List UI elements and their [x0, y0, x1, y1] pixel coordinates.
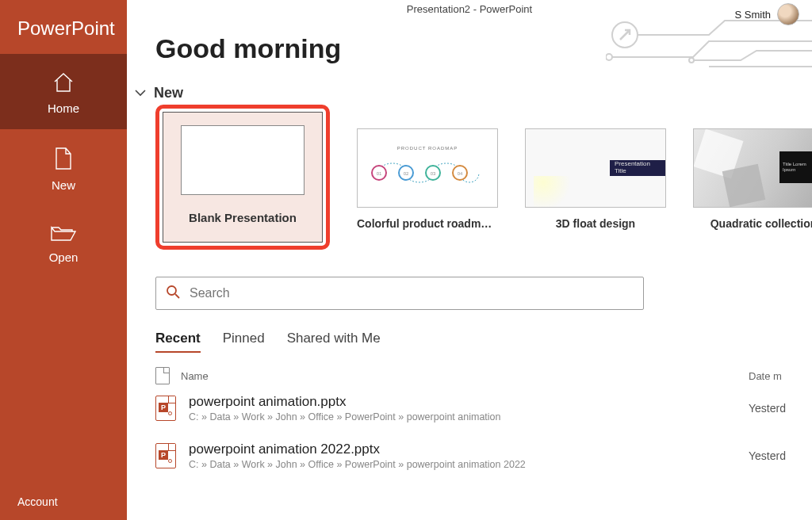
- tab-pinned[interactable]: Pinned: [223, 331, 265, 353]
- folder-open-icon: [50, 224, 77, 246]
- template-thumb: PRODUCT ROADMAP 01 02 03 04: [357, 128, 498, 208]
- new-section-header[interactable]: New: [135, 85, 812, 101]
- new-doc-icon: [54, 147, 73, 174]
- file-row[interactable]: P powerpoint animation.pptx C: » Data » …: [155, 384, 812, 432]
- sidebar-item-label: Open: [49, 250, 79, 264]
- main-content: Presentation2 - PowerPoint S Smith Good …: [127, 0, 812, 520]
- new-section-label: New: [154, 85, 183, 101]
- svg-text:02: 02: [404, 171, 409, 176]
- sidebar-bottom: Account: [0, 495, 127, 520]
- file-date: Yesterd: [749, 449, 812, 462]
- template-blank-presentation[interactable]: Blank Presentation: [155, 108, 330, 250]
- svg-text:01: 01: [377, 171, 382, 176]
- document-title: Presentation2 - PowerPoint: [407, 3, 532, 15]
- titlebar: Presentation2 - PowerPoint S Smith: [127, 0, 812, 29]
- sidebar-item-label: Home: [48, 101, 79, 115]
- svg-point-2: [689, 58, 694, 63]
- file-name: powerpoint animation 2022.pptx: [189, 442, 749, 457]
- column-name[interactable]: Name: [181, 370, 209, 382]
- svg-text:04: 04: [458, 171, 463, 176]
- document-icon: [155, 367, 170, 384]
- home-icon: [52, 71, 75, 97]
- sidebar-item-open[interactable]: Open: [0, 206, 127, 278]
- file-list-header: Name Date m: [155, 367, 812, 384]
- sidebar-item-label: New: [52, 178, 75, 192]
- sidebar-item-label: Account: [17, 495, 58, 508]
- template-thumb: Presentation Title: [525, 128, 666, 208]
- file-row[interactable]: P powerpoint animation 2022.pptx C: » Da…: [155, 432, 812, 480]
- templates-row: Blank Presentation PRODUCT ROADMAP 01 02…: [155, 108, 812, 250]
- chevron-down-icon: [135, 88, 146, 99]
- app-title: PowerPoint: [0, 0, 127, 54]
- file-path: C: » Data » Work » John » Office » Power…: [189, 411, 749, 422]
- avatar: [777, 3, 799, 25]
- blank-slide-preview: [181, 125, 304, 195]
- search-icon: [166, 285, 180, 302]
- thumb-title: PRODUCT ROADMAP: [397, 146, 458, 151]
- template-label: Quadratic collection: [710, 217, 812, 230]
- tab-shared[interactable]: Shared with Me: [287, 331, 381, 353]
- template-label: 3D float design: [556, 217, 635, 230]
- user-account[interactable]: S Smith: [734, 3, 799, 25]
- sidebar-item-account[interactable]: Account: [17, 495, 127, 509]
- file-name: powerpoint animation.pptx: [189, 394, 749, 410]
- svg-line-12: [175, 294, 179, 298]
- sidebar-item-new[interactable]: New: [0, 129, 127, 206]
- svg-point-1: [606, 54, 612, 60]
- thumb-line1: Title Lorem: [783, 162, 812, 167]
- template-label: Colorful product roadmap ti…: [357, 217, 498, 230]
- pptx-icon: P: [155, 443, 176, 468]
- search-box[interactable]: [155, 277, 644, 310]
- thumb-line1: Presentation: [615, 160, 665, 167]
- column-date[interactable]: Date m: [749, 370, 812, 382]
- svg-point-11: [167, 286, 176, 295]
- file-path: C: » Data » Work » John » Office » Power…: [189, 459, 749, 470]
- search-input[interactable]: [190, 286, 634, 300]
- tab-recent[interactable]: Recent: [155, 331, 201, 353]
- recent-tabs: Recent Pinned Shared with Me: [155, 331, 812, 353]
- thumb-line2: Ipsum: [783, 167, 812, 173]
- sidebar-item-home[interactable]: Home: [0, 54, 127, 129]
- file-date: Yesterd: [749, 402, 812, 415]
- thumb-line2: Title: [615, 167, 665, 174]
- template-label: Blank Presentation: [189, 211, 297, 224]
- pptx-icon: P: [155, 396, 176, 421]
- user-name: S Smith: [734, 9, 771, 21]
- svg-text:03: 03: [431, 171, 436, 176]
- sidebar: PowerPoint Home New Open Account: [0, 0, 127, 520]
- template-roadmap[interactable]: PRODUCT ROADMAP 01 02 03 04 Colorful pro…: [357, 128, 498, 250]
- template-3d-float[interactable]: Presentation Title 3D float design: [525, 128, 666, 250]
- template-quadratic[interactable]: Title Lorem Ipsum Quadratic collection: [693, 128, 812, 250]
- template-thumb: Title Lorem Ipsum: [693, 128, 812, 208]
